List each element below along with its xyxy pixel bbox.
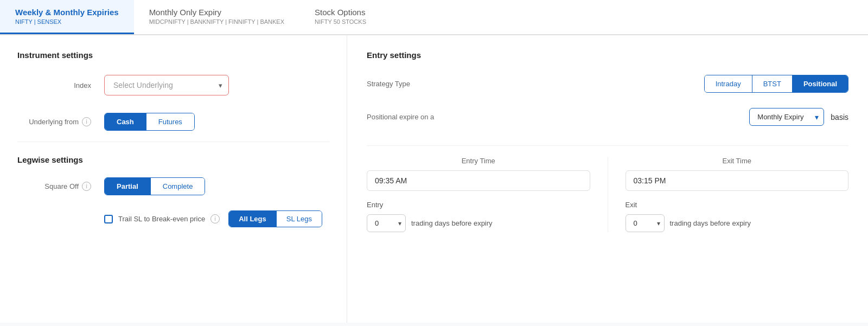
positional-expire-label: Positional expire on a (367, 113, 749, 121)
index-select-wrapper: Select Underlying NIFTY SENSEX ▾ (104, 75, 229, 95)
square-off-row: Square Off i Partial Complete (17, 177, 329, 195)
index-row: Index Select Underlying NIFTY SENSEX ▾ (17, 75, 329, 95)
trail-sl-checkbox[interactable] (104, 215, 113, 223)
nav-subtitle-stock: NIFTY 50 STOCKS (315, 18, 366, 25)
top-nav: Weekly & Monthly Expiries NIFTY | SENSEX… (0, 0, 868, 35)
entry-label: Entry (367, 201, 590, 209)
entry-days-row: 0 1 2 ▾ trading days before expiry (367, 214, 590, 232)
nav-item-monthly-only[interactable]: Monthly Only Expiry MIDCPNIFTY | BANKNIF… (134, 0, 299, 34)
nav-title-stock: Stock Options (315, 8, 366, 17)
entry-trading-days-text: trading days before expiry (411, 219, 493, 227)
cash-futures-btn-group: Cash Futures (104, 113, 195, 131)
futures-button[interactable]: Futures (146, 113, 194, 130)
exit-days-select-wrapper: 0 1 2 ▾ (626, 214, 665, 232)
basis-text: basis (831, 113, 848, 122)
entry-time-label: Entry Time (367, 157, 590, 165)
index-select[interactable]: Select Underlying NIFTY SENSEX (104, 75, 229, 95)
index-label: Index (17, 81, 104, 90)
entry-time-input[interactable] (367, 170, 590, 191)
square-off-info-icon[interactable]: i (82, 182, 91, 191)
all-legs-button[interactable]: All Legs (229, 211, 276, 227)
positional-expire-row: Positional expire on a Monthly Expiry We… (367, 108, 848, 126)
monthly-expiry-select[interactable]: Monthly Expiry Weekly Expiry (749, 108, 824, 126)
strategy-type-label: Strategy Type (367, 80, 704, 88)
sl-legs-button[interactable]: SL Legs (276, 211, 322, 227)
exit-days-section: Exit 0 1 2 ▾ trading days before expiry (626, 201, 849, 232)
legwise-section-title: Legwise settings (17, 155, 329, 164)
underlying-from-row: Underlying from i Cash Futures (17, 113, 329, 131)
nav-title-monthly: Monthly Only Expiry (149, 8, 284, 17)
entry-days-select[interactable]: 0 1 2 (367, 214, 406, 232)
exit-days-row: 0 1 2 ▾ trading days before expiry (626, 214, 849, 232)
partial-complete-btn-group: Partial Complete (104, 177, 205, 195)
nav-title-weekly: Weekly & Monthly Expiries (15, 8, 119, 17)
trail-sl-row: Trail SL to Break-even price i All Legs … (104, 210, 329, 227)
entry-days-section: Entry 0 1 2 ▾ trading days before expiry (367, 201, 590, 232)
underlying-from-label: Underlying from (29, 118, 79, 126)
monthly-expiry-wrapper: Monthly Expiry Weekly Expiry ▾ basis (749, 108, 848, 126)
partial-button[interactable]: Partial (105, 178, 150, 195)
entry-time-col: Entry Time Entry 0 1 2 ▾ tradin (367, 157, 608, 232)
exit-time-col: Exit Time Exit 0 1 2 ▾ trading (608, 157, 849, 232)
intraday-button[interactable]: Intraday (705, 75, 752, 92)
exit-days-select[interactable]: 0 1 2 (626, 214, 665, 232)
right-panel: Entry settings Strategy Type Intraday BT… (347, 35, 868, 323)
exit-time-input[interactable] (626, 170, 849, 191)
trail-sl-label: Trail SL to Break-even price (118, 215, 205, 223)
nav-item-weekly-monthly[interactable]: Weekly & Monthly Expiries NIFTY | SENSEX (0, 0, 134, 34)
nav-subtitle-monthly: MIDCPNIFTY | BANKNIFTY | FINNIFTY | BANK… (149, 18, 284, 25)
exit-trading-days-text: trading days before expiry (670, 219, 751, 227)
positional-button[interactable]: Positional (793, 75, 848, 92)
all-legs-sl-btn-group: All Legs SL Legs (228, 210, 322, 227)
main-content: Instrument settings Index Select Underly… (0, 35, 868, 323)
cash-button[interactable]: Cash (105, 113, 146, 130)
instrument-legwise-divider (17, 142, 329, 142)
nav-subtitle-weekly: NIFTY | SENSEX (15, 18, 119, 25)
square-off-label: Square Off (44, 182, 79, 190)
instrument-section: Instrument settings Index Select Underly… (17, 50, 329, 131)
monthly-expiry-select-wrapper: Monthly Expiry Weekly Expiry ▾ (749, 108, 824, 126)
square-off-label-wrapper: Square Off i (17, 182, 104, 191)
underlying-from-label-wrapper: Underlying from i (17, 117, 104, 126)
btst-button[interactable]: BTST (752, 75, 793, 92)
entry-time-divider (367, 145, 848, 146)
strategy-type-btn-group: Intraday BTST Positional (704, 75, 848, 93)
exit-label: Exit (626, 201, 849, 209)
trail-sl-info-icon[interactable]: i (210, 214, 220, 223)
nav-item-stock-options[interactable]: Stock Options NIFTY 50 STOCKS (299, 0, 381, 34)
complete-button[interactable]: Complete (150, 178, 205, 195)
underlying-from-info-icon[interactable]: i (82, 117, 91, 126)
strategy-type-row: Strategy Type Intraday BTST Positional (367, 75, 848, 93)
entry-days-select-wrapper: 0 1 2 ▾ (367, 214, 406, 232)
exit-time-label: Exit Time (626, 157, 849, 165)
left-panel: Instrument settings Index Select Underly… (0, 35, 347, 323)
entry-exit-time-section: Entry Time Entry 0 1 2 ▾ tradin (367, 157, 848, 232)
entry-section-title: Entry settings (367, 50, 848, 60)
instrument-section-title: Instrument settings (17, 50, 329, 60)
legwise-section: Legwise settings Square Off i Partial Co… (17, 155, 329, 227)
